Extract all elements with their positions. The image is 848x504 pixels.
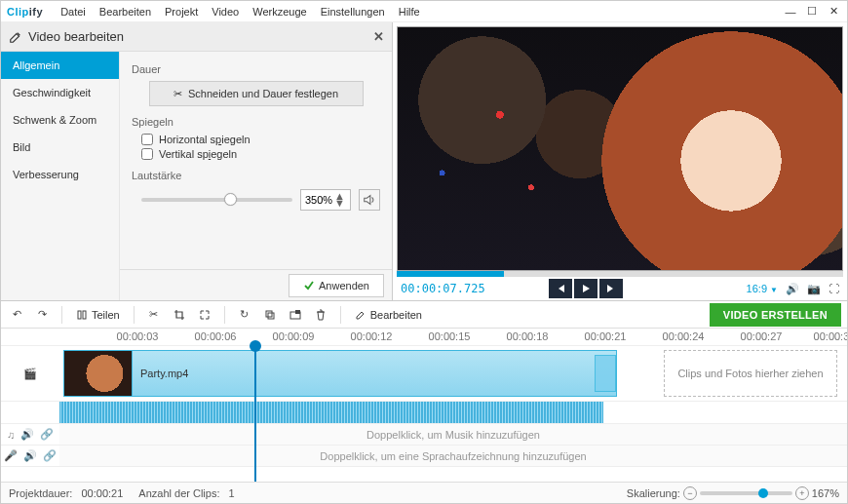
music-drop-hint[interactable]: Doppelklick, um Musik hinzuzufügen <box>59 424 847 445</box>
voice-mute-icon[interactable]: 🔊 <box>23 449 37 462</box>
panel-title: Video bearbeiten <box>28 29 124 44</box>
overlay-button[interactable] <box>286 305 305 325</box>
speaker-icon[interactable] <box>359 189 380 211</box>
playhead[interactable] <box>254 346 256 482</box>
mirror-h-checkbox[interactable] <box>141 134 153 145</box>
undo-button[interactable]: ↶ <box>7 305 26 325</box>
tab-schwenk-zoom[interactable]: Schwenk & Zoom <box>1 106 119 134</box>
tab-verbesserung[interactable]: Verbesserung <box>1 161 119 188</box>
edit-clip-button[interactable]: Bearbeiten <box>351 305 426 325</box>
tab-bild[interactable]: Bild <box>1 134 119 161</box>
rotate-button[interactable]: ↻ <box>235 305 254 325</box>
timeline-tracks: 🎬 Party.mp4 Clips und Fotos hierher zieh… <box>1 346 847 482</box>
audio-icon[interactable]: 🔊 <box>786 283 799 295</box>
menu-hilfe[interactable]: Hilfe <box>399 6 420 18</box>
preview-pane: 00:00:07.725 16:9 ▼ 🔊 📷 ⛶ <box>393 22 847 300</box>
zoom-in-button[interactable]: + <box>795 486 809 500</box>
maximize-icon[interactable]: ☐ <box>804 4 820 19</box>
cut-duration-button[interactable]: ✂ Schneiden und Dauer festlegen <box>149 81 364 106</box>
mirror-label: Spiegeln <box>132 116 380 128</box>
zoom-slider[interactable] <box>700 491 792 495</box>
video-track-icon: 🎬 <box>23 368 37 380</box>
volume-input[interactable]: 350% ▲▼ <box>300 189 351 211</box>
expand-button[interactable] <box>195 305 214 325</box>
duration-label: Dauer <box>132 63 380 75</box>
edit-tabs: Allgemein Geschwindigkeit Schwenk & Zoom… <box>1 52 120 300</box>
mirror-v-checkbox[interactable] <box>141 148 153 160</box>
prev-frame-button[interactable] <box>549 279 572 298</box>
voice-link-icon[interactable]: 🔗 <box>43 449 57 462</box>
scale-label: Skalierung: <box>627 487 680 499</box>
music-track-icon: ♫ <box>7 429 15 441</box>
delete-button[interactable] <box>311 305 330 325</box>
fullscreen-icon[interactable]: ⛶ <box>829 283 839 294</box>
video-clip[interactable]: Party.mp4 <box>63 350 617 397</box>
menu-einstellungen[interactable]: Einstellungen <box>321 6 385 18</box>
layer-button[interactable] <box>260 305 280 325</box>
close-panel-icon[interactable]: ✕ <box>373 29 384 44</box>
apply-button[interactable]: Anwenden <box>289 274 384 297</box>
menu-projekt[interactable]: Projekt <box>165 6 198 18</box>
aspect-dropdown[interactable]: 16:9 ▼ <box>747 283 778 294</box>
svg-rect-3 <box>268 313 274 319</box>
edit-panel: Video bearbeiten ✕ Allgemein Geschwindig… <box>1 22 393 300</box>
zoom-value: 167% <box>812 487 839 499</box>
music-mute-icon[interactable]: 🔊 <box>20 428 34 441</box>
redo-button[interactable]: ↷ <box>32 305 52 325</box>
crop-button[interactable] <box>170 305 189 325</box>
preview-timecode: 00:00:07.725 <box>401 282 485 295</box>
clip-name: Party.mp4 <box>140 368 188 379</box>
app-logo: Clipify <box>7 5 43 19</box>
svg-rect-0 <box>78 311 81 319</box>
svg-rect-5 <box>295 310 300 314</box>
edit-icon <box>9 30 28 44</box>
preview-progress[interactable] <box>397 271 843 277</box>
volume-down-icon[interactable]: ▼ <box>334 200 346 207</box>
timeline-ruler[interactable]: 00:00:03 00:00:06 00:00:09 00:00:12 00:0… <box>1 329 847 346</box>
video-track: 🎬 Party.mp4 Clips und Fotos hierher zieh… <box>1 346 847 402</box>
menu-video[interactable]: Video <box>212 6 239 18</box>
preview-video[interactable] <box>397 26 843 271</box>
timeline-toolbar: ↶ ↷ Teilen ✂ ↻ Bearbeiten VIDEO ERSTELLE… <box>1 301 847 329</box>
close-window-icon[interactable]: ✕ <box>826 4 841 19</box>
clip-dropzone[interactable]: Clips und Fotos hierher ziehen <box>664 350 837 397</box>
volume-slider[interactable] <box>141 198 292 202</box>
main-menu: Datei Bearbeiten Projekt Video Werkzeuge… <box>60 6 420 18</box>
svg-rect-2 <box>266 311 272 317</box>
volume-label: Lautstärke <box>132 170 380 181</box>
voice-drop-hint[interactable]: Doppelklick, um eine Sprachaufzeichnung … <box>59 446 847 466</box>
status-bar: Projektdauer: 00:00:21 Anzahl der Clips:… <box>1 482 847 503</box>
project-duration-value: 00:00:21 <box>82 487 124 499</box>
music-track: ♫ 🔊 🔗 Doppelklick, um Musik hinzuzufügen <box>1 424 847 446</box>
music-link-icon[interactable]: 🔗 <box>40 428 54 441</box>
play-button[interactable] <box>574 279 597 298</box>
zoom-out-button[interactable]: − <box>683 486 697 500</box>
mirror-v-label: Vertikal spiegeln <box>159 148 237 160</box>
title-bar: Clipify Datei Bearbeiten Projekt Video W… <box>1 1 847 22</box>
create-video-button[interactable]: VIDEO ERSTELLEN <box>710 303 841 327</box>
voice-track: 🎤 🔊 🔗 Doppelklick, um eine Sprachaufzeic… <box>1 446 847 467</box>
scissors-icon: ✂ <box>173 88 182 100</box>
audio-waveform-track <box>1 402 847 424</box>
svg-rect-1 <box>83 311 86 319</box>
split-button[interactable]: Teilen <box>72 305 124 325</box>
tab-geschwindigkeit[interactable]: Geschwindigkeit <box>1 79 119 106</box>
menu-bearbeiten[interactable]: Bearbeiten <box>99 6 151 18</box>
waveform[interactable] <box>59 402 603 423</box>
mirror-h-label: Horizontal spiegeln <box>159 134 251 145</box>
mic-track-icon: 🎤 <box>4 449 18 462</box>
clip-transition[interactable] <box>595 355 616 392</box>
menu-werkzeuge[interactable]: Werkzeuge <box>252 6 306 18</box>
cut-button[interactable]: ✂ <box>144 305 164 325</box>
clip-count-value: 1 <box>229 487 235 499</box>
snapshot-icon[interactable]: 📷 <box>807 283 821 295</box>
clip-thumbnail <box>64 351 133 396</box>
next-frame-button[interactable] <box>599 279 623 298</box>
minimize-icon[interactable]: — <box>783 4 798 19</box>
tab-allgemein[interactable]: Allgemein <box>1 52 119 79</box>
project-duration-label: Projektdauer: <box>9 487 72 499</box>
menu-datei[interactable]: Datei <box>60 6 86 18</box>
clip-count-label: Anzahl der Clips: <box>138 487 219 499</box>
